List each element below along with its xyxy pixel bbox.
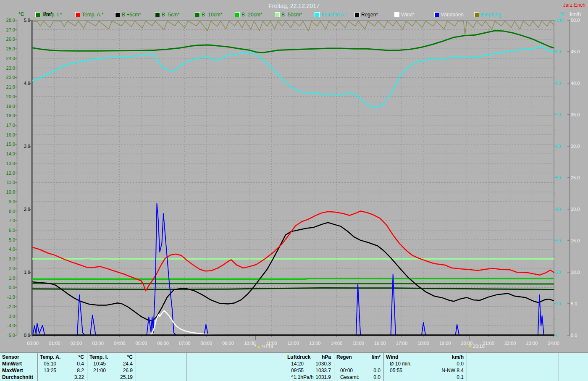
sunrise-icon: ▲ — [257, 344, 261, 349]
y-tick-label: 90 — [556, 50, 561, 54]
table-group-name: Regen — [334, 354, 352, 360]
table-cell — [183, 374, 186, 381]
table-cell: 1033.7 — [315, 367, 334, 374]
y-tick-label: 22.0 — [1, 75, 15, 80]
table-cell: 0.1 — [457, 374, 467, 381]
table-cell: 25.19 — [120, 374, 136, 381]
y-tick-label: 28.0 — [1, 18, 15, 23]
y-tick-label: 8.0 — [1, 209, 15, 214]
y-tick-label: 50 — [556, 176, 561, 180]
table-row-label: MaxWert — [0, 367, 37, 374]
y-tick-label: 25.0 — [1, 47, 15, 51]
table-group-empty — [467, 353, 559, 381]
y-tick-label: 40.0 — [571, 81, 580, 86]
table-cell: 14:20 — [285, 360, 304, 367]
table-row-label: Durchschnitt — [0, 374, 37, 381]
table-cell — [183, 360, 186, 367]
table-row-labels: SensorMinWertMaxWertDurchschnitt — [0, 353, 37, 381]
y-tick-label: 20.0 — [571, 207, 580, 212]
x-tick-label: 19:00 — [436, 341, 454, 346]
table-group-Regen: Regenl/m²00:000.0Gesamt:0.0 — [334, 353, 383, 381]
table-cell: 09:55 — [285, 367, 304, 374]
y-tick-label: 5.0 — [17, 18, 30, 23]
table-cell — [334, 360, 340, 367]
table-group-name: Temp. A. — [38, 354, 60, 360]
table-group-name — [136, 354, 138, 360]
table-cell: 3.22 — [74, 374, 87, 381]
table-group-unit: °C — [79, 354, 87, 360]
y-tick-label: 30.0 — [571, 144, 580, 149]
table-cell: 10:45 — [87, 360, 106, 367]
y-tick-label: 0 — [556, 333, 558, 338]
y-tick-label: -4.0 — [1, 323, 15, 328]
table-cell — [136, 360, 142, 367]
table-group-unit: °C — [127, 354, 136, 360]
table-group-unit: l/m² — [372, 354, 383, 360]
table-group-unit: hPa — [322, 354, 334, 360]
table-cell: 8.2 — [77, 367, 87, 374]
x-tick-label: 24:00 — [544, 341, 563, 346]
y-tick-label: 30 — [556, 239, 561, 243]
x-tick-label: 15:00 — [349, 341, 368, 346]
series-b_minus20cm — [33, 279, 554, 279]
table-cell — [136, 374, 142, 381]
y-tick-label: 25.0 — [571, 176, 580, 180]
y-tick-label: 9.0 — [1, 200, 15, 204]
x-tick-label: 05:00 — [132, 341, 150, 346]
table-cell — [467, 360, 473, 367]
y-tick-label: 18.0 — [1, 113, 15, 118]
table-group-name: Temp. I. — [87, 354, 108, 360]
y-tick-label: 6.0 — [1, 228, 15, 233]
y-tick-label: 27.0 — [1, 28, 15, 32]
table-group-unit — [556, 354, 559, 360]
x-tick-label: 06:00 — [154, 341, 172, 346]
y-tick-label: -3.0 — [1, 314, 15, 319]
x-tick-label: 23:00 — [522, 341, 541, 346]
y-tick-label: 10 — [556, 302, 561, 306]
x-tick-label: 02:00 — [67, 341, 85, 346]
table-cell: 24.4 — [123, 360, 136, 367]
y-tick-label: 5.0 — [571, 302, 577, 306]
y-tick-label: 24.0 — [1, 56, 15, 61]
y-tick-label: 19.0 — [1, 104, 15, 109]
table-cell — [186, 374, 192, 381]
y-tick-label: 0.0 — [571, 333, 577, 338]
table-cell — [282, 360, 285, 367]
star-icon: * — [254, 344, 256, 349]
table-cell: Ø 10 min. — [384, 360, 412, 367]
y-tick-label: 26.0 — [1, 37, 15, 42]
y-tick-label: 1.0 — [1, 276, 15, 281]
y-tick-label: 15.0 — [1, 142, 15, 147]
x-tick-label: 00:00 — [24, 341, 42, 346]
weather-station-window: Freitag, 22.12.2017 Jarz Erich °C l/m² %… — [0, 0, 588, 381]
table-group-unit — [282, 354, 285, 360]
y-tick-label: 12.0 — [1, 171, 15, 176]
x-tick-label: 12:00 — [284, 341, 302, 346]
y-tick-label: 2.0 — [17, 207, 30, 212]
y-tick-label: 3.0 — [17, 144, 30, 149]
y-tick-label: 10.0 — [1, 190, 15, 194]
table-group-name — [467, 354, 469, 360]
y-tick-label: -5.0 — [1, 333, 15, 338]
y-tick-label: -2.0 — [1, 305, 15, 309]
weather-chart — [0, 0, 588, 351]
table-group-empty — [186, 353, 285, 381]
plot-frame-left — [31, 20, 33, 336]
y-tick-label: 11.0 — [1, 180, 15, 185]
table-cell — [282, 367, 285, 374]
table-cell — [556, 360, 559, 367]
table-cell: 21:00 — [87, 367, 106, 374]
table-cell — [467, 367, 473, 374]
series-temp_i — [33, 31, 554, 53]
table-group-unit — [183, 354, 186, 360]
x-tick-label: 17:00 — [392, 341, 411, 346]
y-tick-label: 80 — [556, 81, 561, 86]
table-cell — [38, 374, 44, 381]
y-tick-label: 14.0 — [1, 152, 15, 156]
x-tick-label: 01:00 — [45, 341, 64, 346]
x-tick-label: 16:00 — [371, 341, 389, 346]
table-cell: 26.9 — [123, 367, 136, 374]
table-group-name: Wind — [384, 354, 398, 360]
table-row-label: MinWert — [0, 360, 37, 367]
table-cell — [384, 374, 390, 381]
